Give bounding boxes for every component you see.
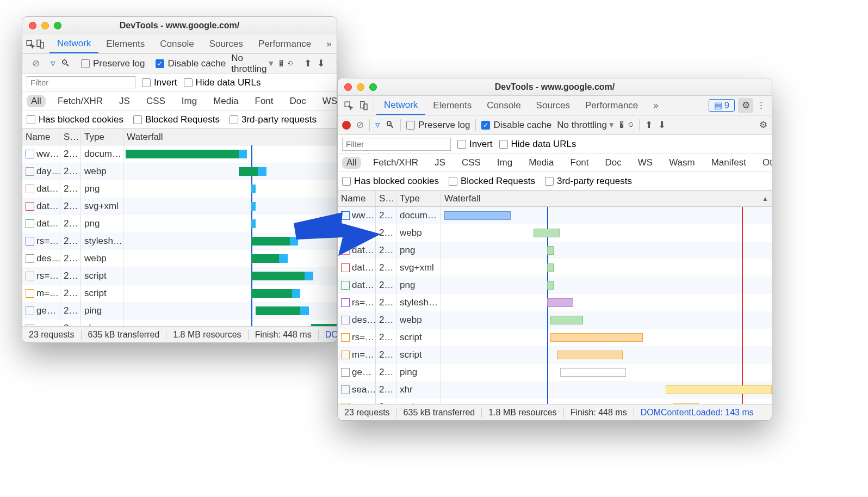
tab-network[interactable]: Network [49, 34, 98, 53]
table-row[interactable]: dat…2…svg+xml [338, 259, 772, 277]
disable-cache-checkbox[interactable]: ✓Disable cache [481, 120, 551, 131]
table-row[interactable]: dat…2…png [22, 215, 337, 232]
table-row[interactable]: dat…2…png [338, 242, 772, 259]
type-pill-ws[interactable]: WS [634, 157, 657, 169]
table-row[interactable]: ge…2…ping [338, 364, 772, 381]
type-pill-font[interactable]: Font [566, 157, 593, 169]
type-pill-js[interactable]: JS [430, 157, 450, 169]
inspect-icon[interactable] [26, 36, 35, 52]
tab-console[interactable]: Console [479, 96, 528, 115]
table-row[interactable]: dat…2…png [22, 180, 337, 198]
tab-sources[interactable]: Sources [202, 34, 251, 53]
wifi-icon[interactable]: �စ [619, 120, 634, 131]
type-pill-wasm[interactable]: Wasm [665, 157, 699, 169]
type-pill-img[interactable]: Img [493, 157, 517, 169]
tab-more[interactable]: » [319, 34, 337, 53]
type-pill-doc[interactable]: Doc [601, 157, 626, 169]
wifi-icon[interactable]: �စ [279, 58, 293, 69]
col-status-header[interactable]: S… [60, 129, 81, 145]
col-name-header[interactable]: Name [22, 129, 60, 145]
minimize-dot[interactable] [357, 83, 364, 91]
throttling-select[interactable]: No throttling ▾ [557, 119, 614, 131]
type-pill-doc[interactable]: Doc [286, 95, 311, 107]
type-pill-font[interactable]: Font [251, 95, 278, 107]
table-row[interactable]: day…2…webp [22, 163, 337, 180]
table-row[interactable]: rs=…2…script [22, 267, 337, 285]
minimize-dot[interactable] [41, 22, 49, 29]
upload-icon[interactable]: ⬆ [645, 119, 653, 131]
invert-checkbox[interactable]: Invert [457, 139, 493, 150]
gear-icon[interactable]: ⚙ [759, 119, 767, 131]
type-pill-media[interactable]: Media [524, 157, 558, 169]
tab-elements[interactable]: Elements [98, 34, 152, 53]
tab-network[interactable]: Network [376, 96, 425, 115]
tab-sources[interactable]: Sources [529, 96, 578, 115]
col-type-header[interactable]: Type [396, 191, 441, 206]
tab-performance[interactable]: Performance [578, 96, 646, 115]
col-type-header[interactable]: Type [81, 129, 123, 145]
download-icon[interactable]: ⬇ [658, 119, 666, 131]
filter-input[interactable] [27, 76, 135, 89]
tab-console[interactable]: Console [152, 34, 201, 53]
filter-icon[interactable]: ▿ [375, 119, 380, 131]
type-pill-css[interactable]: CSS [457, 157, 485, 169]
type-pill-img[interactable]: Img [177, 95, 201, 107]
col-waterfall-header[interactable]: Waterfall [123, 129, 337, 145]
blocked-cookies-checkbox[interactable]: Has blocked cookies [342, 176, 439, 187]
close-dot[interactable] [29, 22, 36, 29]
device-icon[interactable] [356, 98, 371, 113]
table-row[interactable]: m=…2…script [22, 285, 337, 302]
table-row[interactable]: dat…2…svg+xml [22, 198, 337, 215]
table-row[interactable]: ge…2…ping [22, 302, 337, 320]
type-pill-css[interactable]: CSS [142, 95, 170, 107]
type-pill-ws[interactable]: WS [318, 95, 337, 107]
type-pill-fetchxhr[interactable]: Fetch/XHR [369, 157, 423, 169]
issues-badge[interactable]: ▤9 [709, 99, 735, 112]
table-row[interactable]: m=…2…script [338, 346, 772, 364]
invert-checkbox[interactable]: Invert [142, 77, 177, 88]
filter-input[interactable] [342, 138, 451, 151]
tab-elements[interactable]: Elements [425, 96, 479, 115]
table-row[interactable]: rs=…2…stylesh… [22, 232, 337, 250]
table-row[interactable]: des…2…webp [22, 250, 337, 267]
search-icon[interactable]: 🔍︎ [386, 120, 395, 131]
gear-icon[interactable]: ⚙ [336, 58, 337, 69]
type-pill-media[interactable]: Media [209, 95, 243, 107]
blocked-requests-checkbox[interactable]: Blocked Requests [449, 176, 535, 187]
third-party-checkbox[interactable]: 3rd-party requests [545, 176, 632, 187]
table-row[interactable]: sea…2…xhr [22, 320, 337, 326]
third-party-checkbox[interactable]: 3rd-party requests [230, 114, 317, 125]
type-pill-all[interactable]: All [27, 95, 46, 107]
clear-icon[interactable]: ⊘ [32, 58, 40, 69]
record-button[interactable] [342, 121, 351, 130]
table-row[interactable]: m=…2…script [338, 398, 772, 404]
clear-icon[interactable]: ⊘ [356, 119, 364, 131]
close-dot[interactable] [344, 83, 352, 91]
search-icon[interactable]: 🔍︎ [61, 58, 70, 69]
inspect-icon[interactable] [341, 98, 356, 113]
col-name-header[interactable]: Name [338, 191, 376, 206]
type-pill-js[interactable]: JS [115, 95, 134, 107]
table-row[interactable]: des…2…webp [338, 311, 772, 329]
blocked-cookies-checkbox[interactable]: Has blocked cookies [27, 114, 123, 125]
table-row[interactable]: day…2…webp [338, 224, 772, 242]
table-row[interactable]: rs=…2…script [338, 329, 772, 346]
zoom-dot[interactable] [54, 22, 61, 29]
gear-icon[interactable]: ⚙ [738, 98, 753, 113]
preserve-log-checkbox[interactable]: Preserve log [81, 58, 145, 69]
table-row[interactable]: ww…2…docum… [22, 145, 337, 163]
type-pill-other[interactable]: Other [758, 157, 772, 169]
tab-more[interactable]: » [646, 96, 666, 115]
upload-icon[interactable]: ⬆ [304, 58, 312, 69]
col-waterfall-header[interactable]: Waterfall▲ [441, 191, 772, 206]
table-row[interactable]: sea…2…xhr [338, 381, 772, 398]
hide-data-urls-checkbox[interactable]: Hide data URLs [499, 139, 576, 150]
device-icon[interactable] [35, 36, 45, 52]
disable-cache-checkbox[interactable]: ✓Disable cache [156, 58, 226, 69]
blocked-requests-checkbox[interactable]: Blocked Requests [133, 114, 220, 125]
table-row[interactable]: dat…2…png [338, 277, 772, 294]
type-pill-manifest[interactable]: Manifest [707, 157, 751, 169]
hide-data-urls-checkbox[interactable]: Hide data URLs [184, 77, 261, 88]
preserve-log-checkbox[interactable]: Preserve log [406, 120, 470, 131]
table-row[interactable]: ww…2…docum… [338, 207, 772, 224]
